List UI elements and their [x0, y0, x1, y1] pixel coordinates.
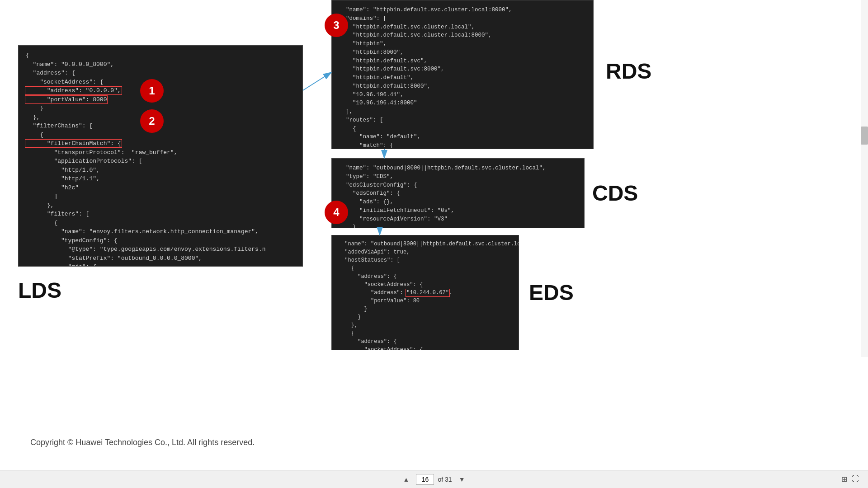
lds-code: { "name": "0.0.0.0_8000", "address": { "… [19, 46, 302, 267]
badge-4: 4 [325, 201, 348, 224]
scrollbar[interactable] [861, 0, 868, 357]
badge-3: 3 [325, 14, 348, 37]
rds-label: RDS [606, 59, 651, 84]
cds-label: CDS [592, 181, 638, 206]
toolbar-right: ⊞ ⛶ [841, 475, 859, 483]
lds-label: LDS [18, 278, 61, 303]
eds-panel: "name": "outbound|8000||httpbin.default.… [331, 235, 519, 350]
badge-1: 1 [140, 79, 164, 103]
eds-code: "name": "outbound|8000||httpbin.default.… [332, 235, 519, 350]
badge-2: 2 [140, 109, 164, 133]
cds-panel: "name": "outbound|8000||httpbin.default.… [331, 158, 585, 228]
page-number-input[interactable] [416, 474, 434, 485]
rds-panel: "name": "httpbin.default.svc.cluster.loc… [331, 0, 594, 149]
page-down-button[interactable]: ▼ [456, 473, 468, 486]
page-total: of 31 [438, 476, 452, 483]
rds-code: "name": "httpbin.default.svc.cluster.loc… [332, 0, 593, 149]
cds-code: "name": "outbound|8000||httpbin.default.… [332, 159, 584, 228]
fullscreen-icon[interactable]: ⛶ [852, 475, 859, 483]
eds-label: EDS [529, 280, 574, 305]
scrollbar-thumb[interactable] [861, 127, 868, 145]
svg-line-1 [303, 72, 331, 90]
bottom-toolbar: ▲ of 31 ▼ ⊞ ⛶ [0, 470, 868, 488]
fit-width-icon[interactable]: ⊞ [841, 475, 847, 483]
lds-panel: { "name": "0.0.0.0_8000", "address": { "… [18, 45, 303, 267]
main-content: { "name": "0.0.0.0_8000", "address": { "… [0, 0, 868, 470]
page-up-button[interactable]: ▲ [400, 473, 412, 486]
copyright: Copyright © Huawei Technologies Co., Ltd… [30, 438, 255, 447]
